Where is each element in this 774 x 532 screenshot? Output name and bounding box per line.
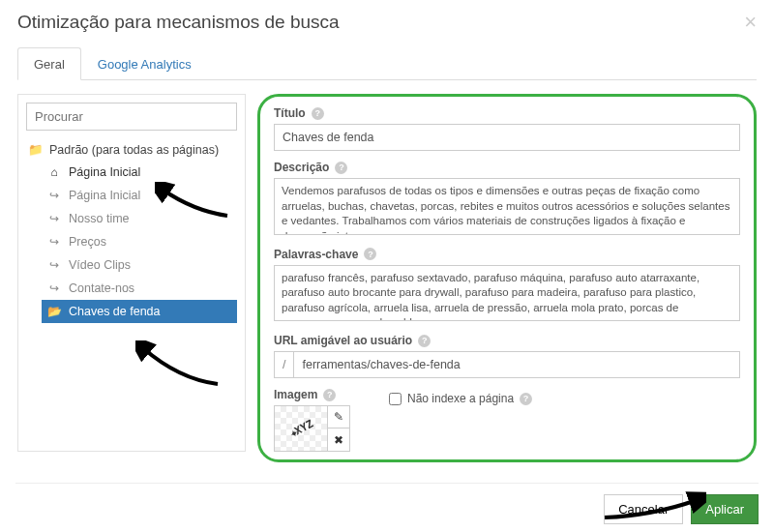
- help-icon[interactable]: ?: [335, 162, 347, 174]
- help-icon[interactable]: ?: [312, 107, 324, 120]
- sidebar-item-screwdrivers[interactable]: 📂 Chaves de fenda: [42, 300, 237, 323]
- title-input[interactable]: [274, 124, 740, 151]
- highlight-frame: Título ? Descrição ? Palavras-chave: [257, 94, 757, 462]
- sidebar-item-label: Preços: [69, 235, 106, 249]
- sidebar: 📁 Padrão (para todas as páginas) ⌂ Págin…: [17, 94, 246, 452]
- sidebar-item-label: Página Inicial: [69, 165, 140, 179]
- help-icon[interactable]: ?: [418, 335, 431, 347]
- sidebar-item-label: Página Inicial: [69, 189, 140, 202]
- tree-root-label: Padrão (para todas as páginas): [49, 143, 219, 157]
- tabs: Geral Google Analytics: [17, 46, 757, 80]
- share-icon: ↪: [47, 281, 61, 295]
- image-thumbnail[interactable]: XYZ ✎ ✖: [274, 405, 350, 452]
- url-input[interactable]: [293, 351, 740, 378]
- tree-root[interactable]: 📁 Padrão (para todas as páginas): [26, 138, 237, 161]
- thumb-text: XYZ: [292, 417, 315, 437]
- noindex-row[interactable]: Não indexe a página ?: [389, 392, 532, 405]
- noindex-label: Não indexe a página: [407, 392, 514, 405]
- modal-title: Otimização para mecanismos de busca: [17, 12, 340, 33]
- url-label: URL amigável ao usuário: [274, 334, 412, 347]
- share-icon: ↪: [47, 235, 61, 249]
- remove-icon: ✖: [334, 433, 343, 447]
- sidebar-item-contact[interactable]: ↪ Contate-nos: [42, 277, 237, 300]
- image-label: Imagem: [274, 388, 317, 401]
- keywords-textarea[interactable]: [274, 265, 740, 322]
- keywords-label: Palavras-chave: [274, 248, 358, 261]
- help-icon[interactable]: ?: [364, 248, 376, 260]
- footer-separator: [15, 483, 759, 484]
- sidebar-item-label: Chaves de fenda: [69, 305, 161, 318]
- edit-image-button[interactable]: ✎: [328, 406, 349, 429]
- sidebar-item-label: Nosso time: [69, 212, 130, 225]
- sidebar-item-prices[interactable]: ↪ Preços: [42, 230, 237, 253]
- description-label: Descrição: [274, 161, 329, 174]
- pencil-icon: ✎: [334, 410, 343, 424]
- sidebar-item-label: Contate-nos: [69, 281, 134, 295]
- sidebar-item-label: Vídeo Clips: [69, 258, 131, 272]
- sidebar-item-home[interactable]: ⌂ Página Inicial: [42, 161, 237, 184]
- home-icon: ⌂: [47, 165, 61, 179]
- sidebar-item-video[interactable]: ↪ Vídeo Clips: [42, 253, 237, 277]
- tab-general[interactable]: Geral: [17, 47, 81, 80]
- sidebar-item-team[interactable]: ↪ Nosso time: [42, 207, 237, 230]
- help-icon[interactable]: ?: [323, 389, 336, 401]
- title-label: Título: [274, 106, 306, 120]
- tab-analytics[interactable]: Google Analytics: [81, 47, 208, 80]
- share-icon: ↪: [47, 189, 61, 202]
- help-icon[interactable]: ?: [520, 393, 532, 405]
- close-icon[interactable]: ×: [744, 12, 757, 33]
- cancel-button[interactable]: Cancelar: [604, 494, 683, 524]
- apply-button[interactable]: Aplicar: [691, 494, 759, 524]
- remove-image-button[interactable]: ✖: [328, 429, 349, 451]
- search-input[interactable]: [26, 103, 237, 131]
- folder-icon: 📁: [28, 142, 44, 157]
- share-icon: ↪: [47, 212, 61, 225]
- share-icon: ↪: [47, 258, 61, 272]
- description-textarea[interactable]: [274, 178, 740, 235]
- sidebar-item-home2[interactable]: ↪ Página Inicial: [42, 184, 237, 207]
- noindex-checkbox[interactable]: [389, 393, 402, 405]
- url-prefix: /: [274, 351, 293, 378]
- folder-open-icon: 📂: [47, 305, 61, 318]
